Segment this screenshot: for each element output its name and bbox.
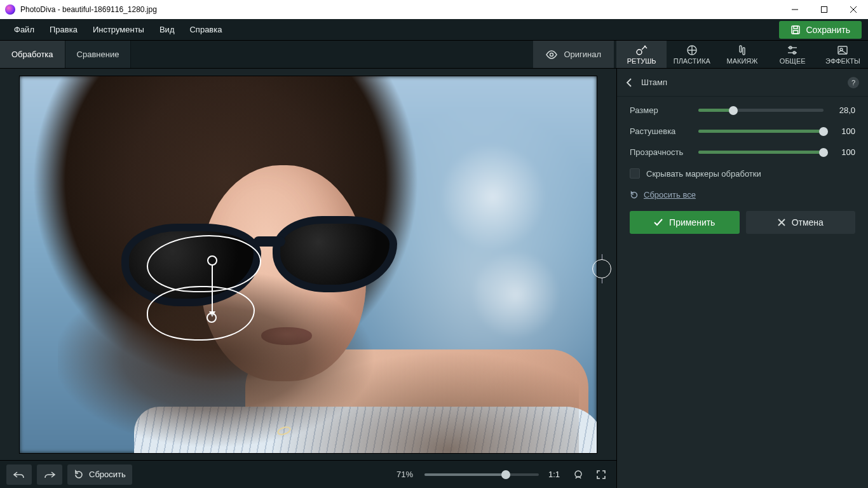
side-tab-plastic-label: ПЛАСТИКА bbox=[674, 57, 710, 65]
size-slider-row: Размер 28,0 bbox=[630, 105, 855, 115]
eye-icon bbox=[546, 50, 557, 59]
svg-rect-5 bbox=[794, 26, 797, 29]
opacity-value: 100 bbox=[829, 147, 855, 157]
checkbox-box bbox=[630, 168, 640, 179]
stamp-connector-line bbox=[212, 264, 213, 314]
right-panel: Штамп ? Размер 28,0 Растушевка 100 Прозр… bbox=[616, 69, 868, 488]
window-title: PhotoDiva - beautiful-1869116_1280.jpg bbox=[20, 5, 157, 14]
redo-button[interactable] bbox=[37, 464, 62, 485]
top-bar: Обработка Сравнение Оригинал РЕТУШЬ ПЛАС… bbox=[0, 41, 868, 69]
window-titlebar: PhotoDiva - beautiful-1869116_1280.jpg bbox=[0, 0, 868, 19]
close-icon bbox=[778, 219, 785, 226]
zoom-one-to-one-button[interactable]: 1:1 bbox=[544, 464, 564, 485]
side-tab-general[interactable]: ОБЩЕЕ bbox=[768, 41, 818, 68]
menu-edit[interactable]: Правка bbox=[42, 21, 85, 38]
size-label: Размер bbox=[630, 105, 693, 115]
side-tab-plastic[interactable]: ПЛАСТИКА bbox=[667, 41, 717, 68]
feather-label: Растушевка bbox=[630, 126, 693, 136]
zoom-slider[interactable] bbox=[424, 473, 539, 476]
reset-all-icon bbox=[630, 191, 639, 200]
show-original-button[interactable]: Оригинал bbox=[533, 41, 614, 68]
tab-compare[interactable]: Сравнение bbox=[65, 41, 132, 68]
stamp-source-handle[interactable] bbox=[207, 255, 217, 266]
save-button-label: Сохранить bbox=[806, 25, 850, 35]
svg-rect-1 bbox=[822, 7, 827, 13]
show-original-label: Оригинал bbox=[564, 50, 601, 59]
panel-back-button[interactable] bbox=[626, 78, 632, 87]
feather-slider[interactable] bbox=[698, 130, 824, 133]
tab-compare-label: Сравнение bbox=[77, 50, 119, 59]
stamp-target-handle[interactable] bbox=[207, 313, 217, 323]
brush-cursor-v bbox=[602, 254, 602, 259]
undo-button[interactable] bbox=[6, 464, 32, 485]
tab-processing[interactable]: Обработка bbox=[0, 41, 65, 68]
save-icon bbox=[790, 25, 801, 35]
fullscreen-button[interactable] bbox=[592, 464, 610, 485]
svg-rect-11 bbox=[743, 48, 745, 55]
hide-markers-checkbox[interactable]: Скрывать маркеры обработки bbox=[630, 168, 855, 179]
window-minimize-button[interactable] bbox=[780, 0, 810, 19]
brush-cursor-v2 bbox=[602, 278, 602, 283]
svg-rect-6 bbox=[794, 30, 798, 34]
check-icon bbox=[654, 219, 663, 226]
photo-canvas[interactable] bbox=[19, 76, 597, 454]
app-icon bbox=[5, 4, 15, 15]
panel-buttons: Применить Отмена bbox=[630, 211, 855, 234]
feather-slider-row: Растушевка 100 bbox=[630, 126, 855, 136]
reset-all-label: Сбросить все bbox=[644, 190, 696, 200]
side-tab-retouch-label: РЕТУШЬ bbox=[627, 57, 656, 65]
menu-help[interactable]: Справка bbox=[182, 21, 229, 38]
sliders-icon bbox=[786, 44, 799, 56]
plastic-icon bbox=[686, 44, 698, 56]
side-tab-effects-label: ЭФФЕКТЫ bbox=[825, 57, 860, 65]
side-tab-retouch[interactable]: РЕТУШЬ bbox=[616, 41, 667, 68]
makeup-icon bbox=[736, 44, 749, 56]
opacity-slider[interactable] bbox=[698, 151, 824, 154]
reset-button[interactable]: Сбросить bbox=[67, 464, 132, 485]
panel-header: Штамп ? bbox=[617, 69, 868, 97]
photo-lens-right bbox=[273, 216, 397, 292]
brush-cursor-icon bbox=[592, 259, 611, 278]
svg-point-8 bbox=[637, 50, 642, 55]
reset-button-label: Сбросить bbox=[89, 470, 126, 479]
side-tab-effects[interactable]: ЭФФЕКТЫ bbox=[818, 41, 868, 68]
panel-title: Штамп bbox=[641, 78, 839, 87]
stamp-target-outline[interactable] bbox=[147, 286, 255, 341]
save-button[interactable]: Сохранить bbox=[779, 21, 862, 39]
photo-glasses-bridge bbox=[254, 236, 285, 247]
canvas-area: Сбросить 71% 1:1 bbox=[0, 69, 616, 488]
cancel-button[interactable]: Отмена bbox=[746, 211, 856, 234]
main-area: Сбросить 71% 1:1 Штамп ? Размер bbox=[0, 69, 868, 488]
reset-icon bbox=[74, 470, 84, 480]
window-close-button[interactable] bbox=[839, 0, 868, 19]
opacity-slider-row: Прозрачность 100 bbox=[630, 147, 855, 157]
fit-to-face-button[interactable] bbox=[569, 464, 587, 485]
effects-icon bbox=[836, 44, 849, 56]
menu-bar: Файл Правка Инструменты Вид Справка Сохр… bbox=[0, 19, 868, 41]
zoom-one-to-one-label: 1:1 bbox=[548, 470, 560, 479]
cancel-button-label: Отмена bbox=[792, 217, 824, 227]
zoom-percent-label: 71% bbox=[397, 470, 413, 479]
tab-processing-label: Обработка bbox=[11, 50, 53, 59]
bottom-bar: Сбросить 71% 1:1 bbox=[0, 460, 616, 488]
side-tabs: РЕТУШЬ ПЛАСТИКА МАКИЯЖ ОБЩЕЕ ЭФФЕКТЫ bbox=[616, 41, 868, 68]
feather-value: 100 bbox=[829, 126, 855, 136]
menu-view[interactable]: Вид bbox=[152, 21, 182, 38]
menu-file[interactable]: Файл bbox=[6, 21, 42, 38]
side-tab-makeup-label: МАКИЯЖ bbox=[727, 57, 758, 65]
side-tab-makeup[interactable]: МАКИЯЖ bbox=[717, 41, 767, 68]
svg-rect-10 bbox=[740, 46, 742, 52]
opacity-label: Прозрачность bbox=[630, 147, 693, 157]
panel-help-button[interactable]: ? bbox=[848, 77, 859, 88]
apply-button-label: Применить bbox=[669, 217, 715, 227]
svg-point-7 bbox=[550, 53, 553, 56]
reset-all-link[interactable]: Сбросить все bbox=[630, 190, 855, 200]
size-slider[interactable] bbox=[698, 109, 824, 112]
canvas-viewport[interactable] bbox=[0, 69, 616, 460]
menu-tools[interactable]: Инструменты bbox=[85, 21, 152, 38]
apply-button[interactable]: Применить bbox=[630, 211, 740, 234]
size-value: 28,0 bbox=[829, 105, 855, 115]
hide-markers-label: Скрывать маркеры обработки bbox=[646, 169, 761, 179]
window-maximize-button[interactable] bbox=[810, 0, 839, 19]
retouch-icon bbox=[635, 44, 648, 56]
